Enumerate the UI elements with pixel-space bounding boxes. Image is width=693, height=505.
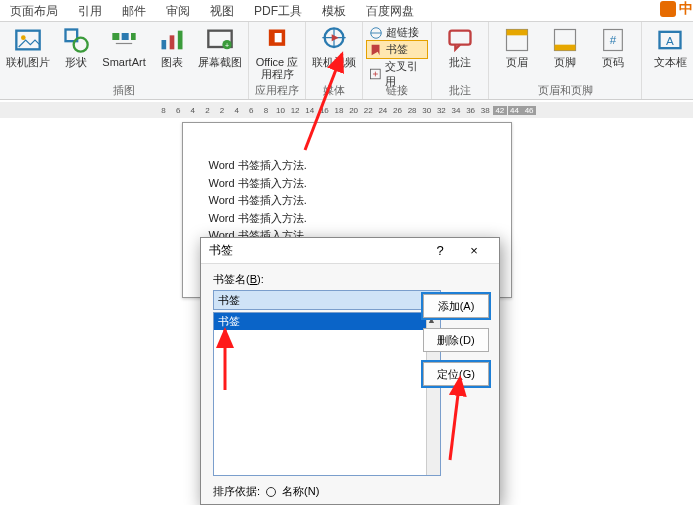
ruler-tick: 8	[157, 106, 171, 115]
svg-rect-18	[450, 31, 471, 45]
page-number-button[interactable]: #页码	[589, 24, 637, 70]
ruler-tick: 12	[288, 106, 302, 115]
group-header-footer: 页眉 页脚 #页码 页眉和页脚	[489, 22, 642, 99]
ruler-tick: 24	[376, 106, 390, 115]
group-label-illustrations: 插图	[113, 83, 135, 97]
svg-text:A: A	[666, 34, 674, 47]
ruler-tick: 44	[508, 106, 522, 115]
svg-text:+: +	[225, 42, 229, 49]
ruler-tick: 26	[391, 106, 405, 115]
sort-name-label: 名称(N)	[282, 484, 319, 499]
tab-view[interactable]: 视图	[200, 0, 244, 21]
bookmark-dialog: 书签 ? × 书签名(B): 书签 ▲ 排序依据: 名称(N) 添加(A) 删除…	[200, 237, 500, 505]
app-logo-partial: 中	[660, 0, 693, 18]
group-links: 超链接 书签 交叉引用 链接	[363, 22, 432, 99]
ruler-tick: 30	[420, 106, 434, 115]
svg-rect-6	[131, 33, 136, 40]
online-pictures-button[interactable]: 联机图片	[4, 24, 52, 70]
dialog-close-button[interactable]: ×	[457, 243, 491, 258]
svg-rect-7	[162, 40, 167, 49]
dialog-title: 书签	[209, 242, 423, 259]
online-video-button[interactable]: 联机视频	[310, 24, 358, 70]
ruler-tick: 22	[361, 106, 375, 115]
ruler-tick: 10	[274, 106, 288, 115]
screenshot-button[interactable]: +屏幕截图	[196, 24, 244, 70]
tab-mailings[interactable]: 邮件	[112, 0, 156, 21]
dialog-titlebar: 书签 ? ×	[201, 238, 499, 264]
ruler-tick: 6	[171, 106, 185, 115]
ruler-tick: 20	[347, 106, 361, 115]
group-apps: Office 应用程序 应用程序	[249, 22, 306, 99]
sort-by-label: 排序依据:	[213, 484, 260, 499]
bookmark-button[interactable]: 书签	[367, 41, 427, 58]
group-media: 联机视频 媒体	[306, 22, 363, 99]
goto-bookmark-button[interactable]: 定位(G)	[423, 362, 489, 386]
header-button[interactable]: 页眉	[493, 24, 541, 70]
svg-point-3	[74, 38, 88, 52]
hyperlink-button[interactable]: 超链接	[367, 24, 427, 41]
group-label-links: 链接	[386, 83, 408, 97]
document-line: Word 书签插入方法.	[209, 175, 485, 193]
ruler-tick: 18	[332, 106, 346, 115]
chart-button[interactable]: 图表	[148, 24, 196, 70]
ruler-tick: 46	[522, 106, 536, 115]
ruler-tick: 4	[186, 106, 200, 115]
group-comments: 批注 批注	[432, 22, 489, 99]
group-label-hf: 页眉和页脚	[538, 83, 593, 97]
tab-baidu-netdisk[interactable]: 百度网盘	[356, 0, 424, 21]
svg-rect-8	[170, 35, 175, 49]
svg-rect-14	[275, 33, 282, 42]
tab-page-layout[interactable]: 页面布局	[0, 0, 68, 21]
ruler-tick: 32	[434, 106, 448, 115]
ruler-tick: 4	[230, 106, 244, 115]
ruler-tick: 2	[215, 106, 229, 115]
svg-rect-9	[178, 31, 183, 50]
bookmark-listbox[interactable]: 书签 ▲	[213, 312, 441, 476]
document-line: Word 书签插入方法.	[209, 192, 485, 210]
ruler-tick: 2	[200, 106, 214, 115]
svg-rect-5	[122, 33, 129, 40]
bookmark-list-item-selected[interactable]: 书签	[214, 313, 440, 330]
ruler-tick: 6	[244, 106, 258, 115]
ruler-tick: 42	[493, 106, 507, 115]
ribbon-tabs: 页面布局 引用 邮件 审阅 视图 PDF工具 模板 百度网盘	[0, 0, 693, 22]
ruler-tick: 16	[317, 106, 331, 115]
ruler-tick: 38	[478, 106, 492, 115]
ruler-tick: 28	[405, 106, 419, 115]
bookmark-name-input[interactable]	[213, 290, 441, 310]
group-label-media: 媒体	[323, 83, 345, 97]
add-bookmark-button[interactable]: 添加(A)	[423, 294, 489, 318]
tab-pdf-tools[interactable]: PDF工具	[244, 0, 312, 21]
dialog-help-button[interactable]: ?	[423, 243, 457, 258]
tab-review[interactable]: 审阅	[156, 0, 200, 21]
svg-rect-20	[507, 30, 528, 36]
tab-templates[interactable]: 模板	[312, 0, 356, 21]
sort-by-row: 排序依据: 名称(N)	[213, 484, 487, 499]
svg-rect-22	[555, 45, 576, 51]
shapes-button[interactable]: 形状	[52, 24, 100, 70]
footer-button[interactable]: 页脚	[541, 24, 589, 70]
ruler-tick: 36	[464, 106, 478, 115]
office-apps-button[interactable]: Office 应用程序	[253, 24, 301, 82]
textbox-button[interactable]: A文本框	[646, 24, 693, 70]
document-line: Word 书签插入方法.	[209, 157, 485, 175]
ribbon: 联机图片 形状 SmartArt 图表 +屏幕截图 插图 Office 应用程序…	[0, 22, 693, 100]
svg-point-1	[21, 35, 26, 40]
svg-rect-4	[112, 33, 119, 40]
tab-references[interactable]: 引用	[68, 0, 112, 21]
ruler-tick: 34	[449, 106, 463, 115]
group-label-comments: 批注	[449, 83, 471, 97]
smartart-button[interactable]: SmartArt	[100, 24, 148, 70]
sort-name-radio[interactable]	[266, 487, 276, 497]
group-label-apps: 应用程序	[255, 83, 299, 97]
horizontal-ruler: 8642246810121416182022242628303234363842…	[0, 102, 693, 118]
comment-button[interactable]: 批注	[436, 24, 484, 70]
document-line: Word 书签插入方法.	[209, 210, 485, 228]
delete-bookmark-button[interactable]: 删除(D)	[423, 328, 489, 352]
svg-text:#: #	[610, 33, 617, 46]
ruler-tick: 14	[303, 106, 317, 115]
group-text: A文本框 文档部件 A艺术字 A首字 文本	[642, 22, 693, 99]
bookmark-name-label: 书签名(B):	[213, 272, 487, 287]
group-illustrations: 联机图片 形状 SmartArt 图表 +屏幕截图 插图	[0, 22, 249, 99]
ruler-tick: 8	[259, 106, 273, 115]
